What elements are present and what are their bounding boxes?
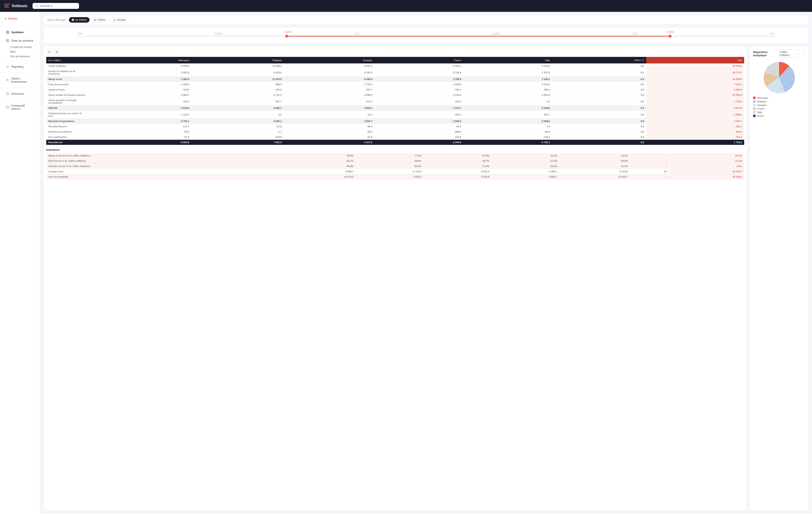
row-cell: -113,7 (88, 124, 192, 129)
row-cell: 1 764,5 (646, 98, 744, 106)
row-cell: -566,8 (646, 129, 744, 134)
row-cell: 0,0 (552, 106, 646, 111)
chart-select[interactable]: Chiffre d'affaires (778, 50, 800, 58)
svg-rect-6 (8, 32, 9, 33)
indicator-cell: -21,4% (491, 158, 559, 164)
table-row: Impôts et taxes-154,5-100,0-342,7-200,1-… (46, 87, 744, 92)
toolbar-edition-btn[interactable]: Édition (91, 17, 108, 23)
col-header-label: € en milliers (46, 57, 88, 63)
indicator-cell: 5 353,8 (424, 174, 491, 180)
indicator-cell: -41,4% (559, 164, 630, 169)
row-cell: -2 761,3 (192, 92, 284, 98)
handle-right[interactable] (669, 35, 671, 38)
row-label: Frais de personnel (46, 82, 88, 87)
row-cell: 0,0 (552, 134, 646, 140)
row-label: IS et participation (46, 134, 88, 140)
legend-color-allemagne (753, 97, 756, 99)
timeline-label-2021: 2021 (355, 32, 360, 35)
indicator-cell: 39,5% (285, 153, 356, 158)
row-cell: -1 403,0 (88, 82, 192, 87)
row-cell: 24 669,9 (646, 77, 744, 82)
table-copy-btn[interactable] (46, 49, 52, 55)
handle-right-wrap[interactable]: 12/2021 (667, 35, 670, 38)
row-cell: -7,6 (463, 124, 552, 129)
row-label: Chiffre d'affaires (46, 63, 88, 69)
row-cell: 2 383,9 (88, 77, 192, 82)
sidebar-sub-compte-resultat[interactable]: Compte de résultat (0, 45, 40, 50)
sidebar-item-clients-label: Clients / Fournisseurs (11, 77, 34, 83)
sidebar-divider-3 (0, 73, 40, 73)
back-button[interactable]: Retour (0, 15, 40, 22)
row-label: Résultat exceptionnel (46, 129, 88, 134)
more-options-btn[interactable]: ⋮ (801, 51, 805, 56)
timeline-track[interactable]: 2020 01/2021 2021 12/2021 2022 2023 01/2… (47, 32, 805, 41)
pie-svg (762, 60, 796, 94)
row-cell: 5 024,9 (646, 106, 744, 111)
indicator-cell: 58,0% (356, 158, 424, 164)
table-row: Frais de personnel-1 403,0-468,2-1 755,9… (46, 82, 744, 87)
handle-left[interactable] (285, 35, 288, 38)
sidebar-item-synthese[interactable]: Synthèse (2, 28, 38, 36)
row-cell: -7 443,7 (646, 82, 744, 87)
legend-item-espagne: Espagne (753, 104, 805, 106)
row-cell: 1 763,0 (646, 140, 744, 145)
row-cell: 0,0 (552, 63, 646, 69)
row-cell: 0,0 (552, 124, 646, 129)
row-cell: 573,3 (284, 98, 375, 106)
table-header-row: € en milliers Allemagne Belgique Espagne… (46, 57, 744, 63)
logo-text: finthesis (12, 4, 27, 8)
search-icon (35, 4, 38, 7)
sidebar-sub-flux-tresorerie[interactable]: Flux de trésorerie (0, 54, 40, 59)
sidebar-item-reporting[interactable]: Reporting (2, 63, 38, 71)
indicator-label: Résultat net (en % du chiffre d'affaires… (46, 164, 285, 169)
svg-point-15 (8, 79, 8, 80)
toolbar-edition-label: Édition (98, 19, 106, 21)
row-label: Impôts et taxes (46, 87, 88, 92)
legend-item-allemagne: Allemagne (753, 97, 805, 99)
people-icon (6, 78, 9, 82)
toolbar-type-label: Type d'affichage (47, 19, 65, 21)
toolbar-partage-btn[interactable]: Partage (110, 17, 128, 23)
row-cell: -291,7 (646, 124, 744, 129)
indicator-cell: 3 553,3 (356, 174, 424, 180)
row-cell: -47,8 (88, 134, 192, 140)
search-bar[interactable]: Société A (32, 3, 79, 9)
indicator-cell: – (630, 174, 669, 180)
row-cell: 0,0 (552, 69, 646, 77)
col-header-espagne: Espagne (284, 57, 375, 63)
svg-point-22 (57, 52, 57, 52)
row-cell: 11 024,9 (192, 77, 284, 82)
toolbar-milliers-btn[interactable]: en milliers (69, 17, 90, 23)
track-line[interactable]: 01/2021 12/2021 (78, 36, 775, 36)
col-header-belgique: Belgique (192, 57, 284, 63)
sidebar-item-comparatif-externe[interactable]: Comparatif externe (2, 102, 38, 112)
row-cell: -200,1 (375, 87, 463, 92)
table-settings-btn[interactable] (54, 49, 60, 55)
sidebar-item-previsions[interactable]: Prévisions (2, 90, 38, 98)
table-icon (6, 39, 9, 42)
chart-title: Répartition analytique (753, 51, 778, 57)
row-cell: -3 782,1 (463, 140, 552, 145)
back-label: Retour (8, 17, 17, 20)
row-cell: -100,0 (192, 87, 284, 92)
timeline-section: 2020 01/2021 2021 12/2021 2022 2023 01/2… (44, 27, 809, 44)
row-cell: -2 535,4 (375, 92, 463, 98)
indicator-cell: 27,4% (424, 164, 491, 169)
indicator-row: Marge brute (en % du chiffre d'affaires)… (46, 153, 744, 158)
sidebar-sub-bilan[interactable]: Bilan (0, 50, 40, 54)
row-cell: 45 444,6 (646, 63, 744, 69)
svg-rect-17 (6, 107, 9, 108)
row-cell: 6 425,1 (375, 63, 463, 69)
indicator-cell: -5 213,0 (559, 169, 630, 174)
search-input[interactable]: Société A (40, 4, 74, 8)
svg-rect-5 (6, 32, 7, 33)
row-label: Résultat net (46, 140, 88, 145)
indicators-title: Indicateurs (46, 148, 744, 152)
sidebar-item-etats-synthese[interactable]: États de synthèse (2, 37, 38, 45)
handle-left-wrap[interactable]: 01/2021 (287, 35, 290, 38)
indicator-cell: 67,5% (424, 153, 491, 158)
circle-dot-icon (71, 19, 74, 21)
row-cell: -3 263,2 (192, 69, 284, 77)
sidebar-item-clients-fournisseurs[interactable]: Clients / Fournisseurs (2, 75, 38, 85)
indicator-cell: -34,0% (559, 158, 630, 164)
